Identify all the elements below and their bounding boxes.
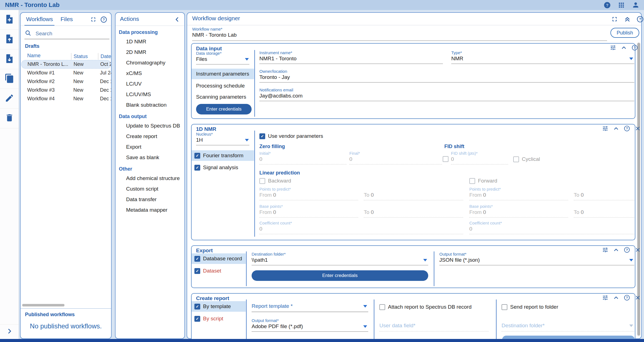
expand-rail-button[interactable] [0, 324, 19, 339]
fid-shift-checkbox[interactable] [443, 156, 448, 162]
use-vendor-parameters-checkbox[interactable]: ✓Use vendor parameters [259, 133, 323, 139]
action-item[interactable]: Save as blank [116, 152, 184, 163]
output-format-select[interactable]: Output format* JSON file (*.json) [439, 252, 634, 265]
zero-filling-final-field[interactable]: Final* 0 [349, 151, 442, 164]
base-from-field[interactable]: From 0 [259, 209, 358, 218]
import-document-button[interactable] [0, 30, 19, 49]
report-destination-folder-select[interactable]: Destination folder* [502, 322, 634, 331]
help-icon[interactable]: ? [624, 294, 630, 302]
collapse-all-icon[interactable] [624, 16, 631, 24]
data-input-tab-processing-schedule[interactable]: Processing schedule [192, 81, 254, 91]
nucleus-select[interactable]: Nucleus* 1H [196, 132, 249, 145]
new-document-button[interactable] [0, 10, 19, 30]
tune-icon[interactable] [602, 294, 608, 302]
close-icon[interactable] [635, 247, 641, 254]
action-item[interactable]: Update to Spectrus DB [116, 121, 184, 131]
table-row[interactable]: Workflow #3 New Dec 11 [21, 86, 111, 94]
action-item[interactable]: Blank subtraction [116, 100, 184, 110]
coefficient-count-field[interactable]: Coefficient count* 0 [259, 221, 463, 234]
export-option-dataset[interactable]: ✓Dataset [192, 266, 246, 276]
forward-checkbox[interactable]: Forward [469, 178, 497, 184]
send-report-checkbox[interactable]: Send report to folder [502, 304, 558, 310]
action-item[interactable]: LC/UV/MS [116, 89, 184, 100]
user-icon[interactable] [632, 1, 640, 10]
action-item[interactable]: xC/MS [116, 68, 184, 79]
cyclical-checkbox[interactable]: Cyclical [513, 156, 540, 162]
action-item[interactable]: Data transfer [116, 194, 184, 205]
report-option-by-template[interactable]: ✓By template [192, 301, 246, 312]
notifications-email-field[interactable]: Notifications email Jay@acdlabs.com [259, 88, 634, 101]
export-document-button[interactable] [0, 49, 19, 69]
export-option-database-record[interactable]: ✓Database record [192, 253, 246, 264]
zero-filling-initial-field[interactable]: Initial* 0 [259, 151, 347, 164]
fid-shift-field[interactable]: FID shift (pts)* 0 [451, 151, 508, 164]
data-input-tab-scanning-parameters[interactable]: Scanning parameters [192, 92, 254, 102]
help-icon[interactable]: ? [624, 125, 630, 133]
checkbox-checked[interactable]: ✓ [194, 316, 200, 322]
base-from-field[interactable]: From 0 [469, 209, 568, 218]
col-header-name[interactable]: Name [21, 51, 71, 60]
points-from-field[interactable]: From 0 [469, 192, 568, 200]
action-item[interactable]: Custom script [116, 184, 184, 194]
enter-credentials-button-partial[interactable] [502, 336, 635, 339]
chevron-left-icon[interactable] [174, 16, 181, 24]
col-header-date[interactable]: Date m [98, 53, 111, 60]
help-icon[interactable]: ? [100, 16, 107, 24]
action-item[interactable]: Add chemical structure [116, 173, 184, 184]
table-row[interactable]: NMR - Toronto L... New Oct 27 [21, 60, 111, 69]
help-icon[interactable]: ? [603, 1, 611, 10]
points-to-field[interactable]: To 0 [574, 192, 634, 200]
report-template-select[interactable]: Report template * [252, 303, 368, 312]
delete-button[interactable] [0, 109, 19, 128]
tab-workflows[interactable]: Workflows [24, 15, 54, 26]
apps-grid-icon[interactable] [618, 1, 625, 10]
search-field[interactable] [24, 28, 109, 39]
vertical-scrollbar-thumb[interactable] [637, 43, 640, 336]
close-icon[interactable] [635, 294, 641, 302]
edit-button[interactable] [0, 89, 19, 109]
enter-credentials-button[interactable]: Enter credentials [196, 104, 252, 114]
owner-location-field[interactable]: Owner/location Toronto - Jay [259, 69, 634, 83]
coefficient-count-field[interactable]: Coefficient count* 0 [469, 221, 634, 234]
table-row[interactable]: Workflow #4 New Dec 17 [21, 94, 111, 103]
action-item[interactable]: Create report [116, 131, 184, 142]
search-input[interactable] [35, 30, 109, 37]
type-select[interactable]: Type* NMR [451, 50, 634, 64]
action-item[interactable]: Export [116, 142, 184, 152]
data-storage-select[interactable]: Data storage* Files [196, 51, 249, 64]
fullscreen-icon[interactable] [611, 16, 618, 24]
base-to-field[interactable]: To 0 [364, 209, 463, 218]
checkbox-checked[interactable]: ✓ [194, 268, 200, 274]
action-item[interactable]: Metadata mapper [116, 205, 184, 215]
collapse-icon[interactable] [613, 294, 619, 302]
checkbox-checked[interactable]: ✓ [194, 153, 200, 159]
tune-icon[interactable] [602, 125, 608, 133]
action-item[interactable]: LC/UV [116, 79, 184, 89]
step-fourier-transform[interactable]: ✓Fourier transform [192, 150, 254, 161]
help-icon[interactable]: ? [637, 16, 644, 24]
checkbox-checked[interactable]: ✓ [194, 256, 200, 262]
col-header-status[interactable]: Status [71, 53, 98, 60]
destination-folder-select[interactable]: Destination folder* \\path1 [252, 252, 428, 265]
report-option-by-script[interactable]: ✓By script [192, 313, 246, 324]
step-signal-analysis[interactable]: ✓Signal analysis [192, 162, 254, 173]
action-item[interactable]: Chromatography [116, 58, 184, 68]
user-data-field[interactable]: User data field* [379, 322, 489, 331]
collapse-icon[interactable] [613, 125, 619, 133]
attach-report-checkbox[interactable]: Attach report to Spectrus DB record [379, 304, 472, 310]
report-output-format-select[interactable]: Output format* Adobe PDF file (*.pdf) [252, 318, 368, 332]
points-from-field[interactable]: From 0 [259, 192, 358, 200]
action-item[interactable]: 2D NMR [116, 47, 184, 58]
instrument-name-field[interactable]: Instrument name* NMR1 - Toronto [259, 50, 443, 64]
close-icon[interactable] [635, 125, 641, 133]
workflow-name-field[interactable]: Workflow name* NMR - Toronto Lab [192, 27, 607, 41]
data-input-tab-instrument-parameters[interactable]: Instrument parameters [192, 69, 254, 79]
points-to-field[interactable]: To 0 [364, 192, 463, 200]
table-row[interactable]: Workflow #1 New Jul 24, [21, 69, 111, 77]
table-row[interactable]: Workflow #2 New Dec 11 [21, 77, 111, 86]
vertical-scrollbar[interactable] [637, 42, 640, 337]
fullscreen-icon[interactable] [90, 16, 97, 24]
copy-button[interactable] [0, 69, 19, 89]
checkbox-checked[interactable]: ✓ [194, 165, 200, 171]
action-item[interactable]: 1D NMR [116, 36, 184, 47]
